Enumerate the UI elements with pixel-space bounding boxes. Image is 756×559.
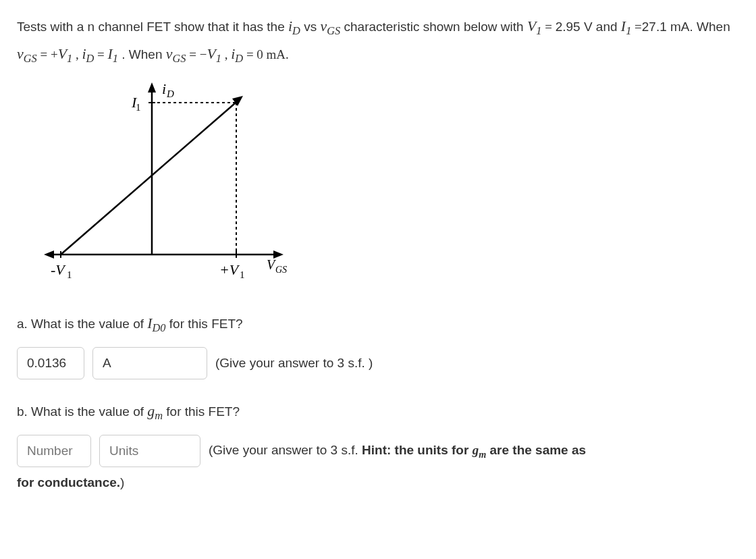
- var-vGS: vGS: [321, 18, 341, 34]
- var-gm-hint: gm: [473, 443, 487, 457]
- svg-line-5: [61, 99, 240, 255]
- fet-characteristic-graph: i D I 1 -V 1 +V 1 V GS: [37, 79, 739, 292]
- question-a-text: a. What is the value of ID0 for this FET…: [17, 315, 739, 335]
- answer-b-value-input[interactable]: [17, 435, 91, 467]
- svg-text:i: i: [162, 80, 166, 97]
- var-iD: iD: [288, 18, 300, 34]
- var-iD-2: iD: [82, 46, 94, 62]
- var-I1: I1: [621, 18, 631, 34]
- question-b-text: b. What is the value of gm for this FET?: [17, 403, 739, 423]
- var-vGS-2: vGS: [17, 46, 37, 62]
- svg-marker-4: [44, 250, 54, 259]
- hint-a: (Give your answer to 3 s.f. ): [215, 356, 373, 371]
- var-ID0: ID0: [147, 315, 165, 331]
- answer-a-unit-input[interactable]: [92, 347, 207, 379]
- hint-b: (Give your answer to 3 s.f. Hint: the un…: [209, 443, 586, 460]
- svg-text:1: 1: [136, 102, 141, 113]
- answer-row-b: (Give your answer to 3 s.f. Hint: the un…: [17, 435, 739, 467]
- problem-statement: Tests with a n channel FET show that it …: [17, 14, 739, 69]
- var-vGS-3: vGS: [166, 46, 186, 62]
- answer-a-value-input[interactable]: [17, 347, 84, 379]
- svg-marker-1: [148, 82, 156, 92]
- svg-text:GS: GS: [275, 265, 287, 275]
- svg-text:1: 1: [240, 269, 245, 280]
- var-gm: gm: [147, 403, 163, 419]
- question-b: b. What is the value of gm for this FET?…: [17, 403, 739, 490]
- svg-text:+V: +V: [219, 261, 240, 278]
- hint-b-continuation: for conductance.): [17, 475, 739, 490]
- svg-marker-3: [273, 250, 284, 259]
- answer-b-unit-input[interactable]: [99, 435, 200, 467]
- question-a: a. What is the value of ID0 for this FET…: [17, 315, 739, 379]
- text-intro: Tests with a n channel FET show that it …: [17, 20, 288, 34]
- svg-text:D: D: [166, 88, 174, 99]
- var-iD-3: iD: [231, 46, 243, 62]
- svg-text:-V: -V: [51, 261, 66, 278]
- graph-svg: i D I 1 -V 1 +V 1 V GS: [37, 79, 307, 288]
- svg-text:1: 1: [67, 269, 72, 280]
- answer-row-a: (Give your answer to 3 s.f. ): [17, 347, 739, 379]
- var-V1: V1: [527, 18, 542, 34]
